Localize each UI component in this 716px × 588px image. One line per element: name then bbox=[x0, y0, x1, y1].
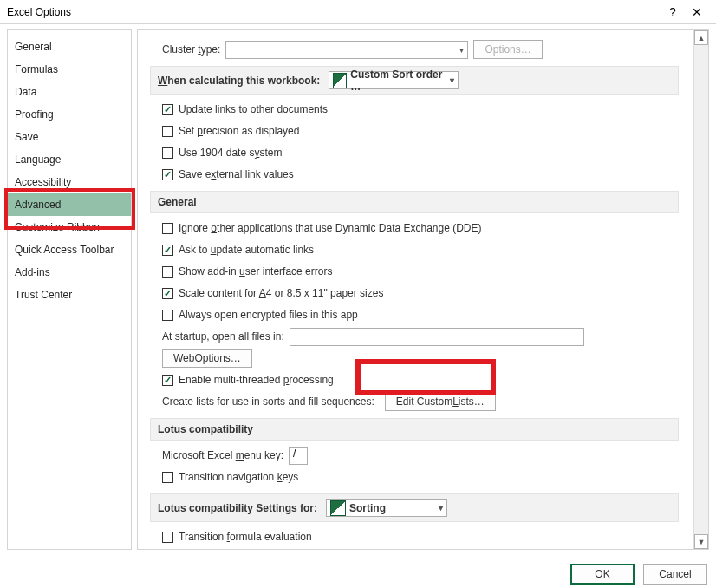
titlebar: Excel Options ? ✕ bbox=[0, 0, 716, 24]
calc-workbook-header: When calculating this workbook: Custom S… bbox=[150, 66, 679, 95]
close-icon[interactable]: ✕ bbox=[685, 5, 709, 19]
menu-key-input[interactable]: / bbox=[289, 447, 308, 465]
save-external-checkbox[interactable] bbox=[162, 169, 173, 180]
scroll-down-arrow-icon[interactable]: ▼ bbox=[694, 534, 708, 549]
sidebar-item-data[interactable]: Data bbox=[8, 81, 131, 103]
scroll-up-arrow-icon[interactable]: ▲ bbox=[694, 30, 708, 45]
transition-nav-label: Transition navigation keys bbox=[179, 471, 298, 483]
sidebar-item-quick-access[interactable]: Quick Access Toolbar bbox=[8, 238, 131, 261]
cluster-type-row: Cluster type: Options… bbox=[150, 40, 679, 59]
use-1904-checkbox[interactable] bbox=[162, 147, 173, 159]
set-precision-checkbox[interactable] bbox=[162, 126, 173, 137]
update-links-label: Update links to other documents bbox=[179, 103, 328, 115]
lotus-compat-header: Lotus compatibility bbox=[150, 418, 679, 441]
workbook-combo[interactable]: Custom Sort order … bbox=[329, 71, 459, 89]
sidebar-item-advanced[interactable]: Advanced bbox=[8, 193, 131, 216]
lotus-settings-header: Lotus compatibility Settings for: Sortin… bbox=[150, 493, 679, 522]
ignore-dde-checkbox[interactable] bbox=[162, 223, 173, 234]
transition-formula-eval-label: Transition formula evaluation bbox=[179, 531, 312, 543]
scale-content-label: Scale content for A4 or 8.5 x 11" paper … bbox=[179, 287, 383, 299]
edit-custom-lists-button[interactable]: Edit Custom Lists… bbox=[385, 392, 496, 411]
ask-update-checkbox[interactable] bbox=[162, 245, 173, 256]
always-open-enc-checkbox[interactable] bbox=[162, 310, 173, 321]
help-icon[interactable]: ? bbox=[661, 5, 685, 19]
sidebar-item-trust-center[interactable]: Trust Center bbox=[8, 284, 131, 306]
menu-key-label: Microsoft Excel menu key: bbox=[162, 449, 283, 461]
general-header: General bbox=[150, 191, 679, 213]
cluster-type-combo[interactable] bbox=[225, 41, 468, 59]
cluster-type-label: Cluster type: bbox=[162, 43, 220, 56]
web-options-button[interactable]: Web Options… bbox=[162, 349, 252, 368]
sidebar-item-addins[interactable]: Add-ins bbox=[8, 261, 131, 284]
save-external-label: Save external link values bbox=[179, 168, 294, 180]
lotus-sheet-combo[interactable]: Sorting bbox=[326, 499, 447, 517]
ignore-dde-label: Ignore other applications that use Dynam… bbox=[179, 222, 482, 234]
sidebar-item-formulas[interactable]: Formulas bbox=[8, 58, 131, 81]
category-sidebar: General Formulas Data Proofing Save Lang… bbox=[7, 29, 132, 550]
cancel-button[interactable]: Cancel bbox=[643, 564, 707, 585]
cluster-options-button: Options… bbox=[473, 40, 542, 59]
transition-formula-eval-checkbox[interactable] bbox=[162, 532, 173, 543]
settings-panel: Cluster type: Options… When calculating … bbox=[137, 29, 709, 550]
ok-button[interactable]: OK bbox=[570, 564, 635, 585]
sidebar-item-language[interactable]: Language bbox=[8, 148, 131, 171]
use-1904-label: Use 1904 date system bbox=[179, 147, 282, 159]
startup-path-input[interactable] bbox=[290, 328, 584, 346]
enable-multi-checkbox[interactable] bbox=[162, 375, 173, 386]
scale-content-checkbox[interactable] bbox=[162, 288, 173, 299]
vertical-scrollbar[interactable]: ▲ ▼ bbox=[693, 30, 708, 549]
sidebar-item-general[interactable]: General bbox=[8, 36, 131, 58]
sidebar-item-customize-ribbon[interactable]: Customize Ribbon bbox=[8, 216, 131, 238]
set-precision-label: Set precision as displayed bbox=[179, 125, 299, 137]
show-addin-err-label: Show add-in user interface errors bbox=[179, 265, 332, 278]
sidebar-item-proofing[interactable]: Proofing bbox=[8, 103, 131, 126]
startup-label: At startup, open all files in: bbox=[162, 330, 284, 343]
ask-update-label: Ask to update automatic links bbox=[179, 244, 314, 256]
dialog-footer: OK Cancel bbox=[570, 564, 707, 585]
sidebar-item-save[interactable]: Save bbox=[8, 126, 131, 148]
enable-multi-label: Enable multi-threaded processing bbox=[179, 374, 334, 386]
show-addin-err-checkbox[interactable] bbox=[162, 266, 173, 278]
transition-nav-checkbox[interactable] bbox=[162, 472, 173, 483]
update-links-checkbox[interactable] bbox=[162, 104, 173, 115]
dialog-title: Excel Options bbox=[7, 6, 71, 18]
always-open-enc-label: Always open encrypted files in this app bbox=[179, 309, 358, 321]
sidebar-item-accessibility[interactable]: Accessibility bbox=[8, 171, 131, 193]
create-lists-label: Create lists for use in sorts and fill s… bbox=[162, 395, 374, 408]
